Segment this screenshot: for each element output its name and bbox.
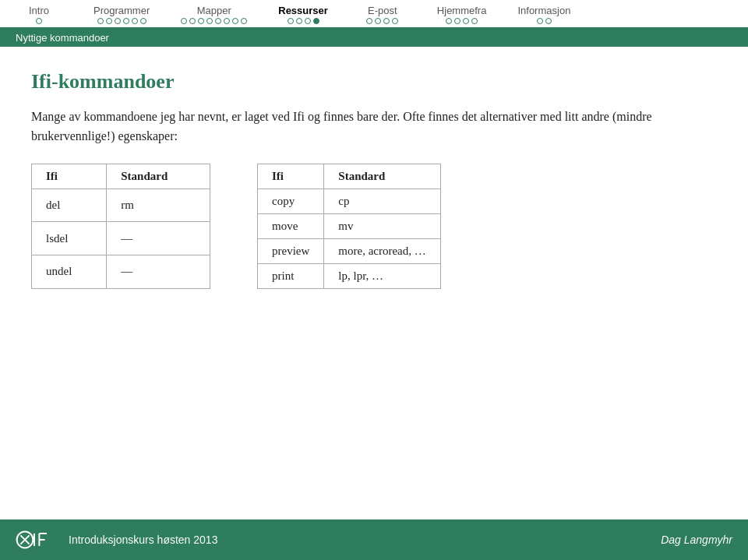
nav-dots [97, 18, 146, 24]
table-cell: lsdel [32, 222, 107, 255]
nav-dot [288, 18, 294, 24]
table-cell: lp, lpr, … [324, 263, 440, 288]
table-row: lsdel— [32, 222, 210, 255]
nav-dot [106, 18, 112, 24]
table-cell: undel [32, 255, 107, 288]
table-cell: del [32, 188, 107, 222]
nav-dots [537, 18, 552, 24]
nav-dot [392, 18, 398, 24]
nav-dot [313, 18, 319, 24]
nav-dots [366, 18, 398, 24]
nav-dot [140, 18, 146, 24]
table-cell: more, acroread, … [324, 238, 440, 263]
tables-area: Ifi Standard delrmlsdel—undel— Ifi Stand… [31, 164, 717, 289]
nav-dot [241, 18, 247, 24]
nav-dots [446, 18, 478, 24]
nav-item-hjemmefra[interactable]: Hjemmefra [437, 5, 487, 24]
nav-label: Intro [29, 5, 49, 16]
nav-dot [454, 18, 460, 24]
table-cell: mv [324, 213, 440, 238]
nav-dot [296, 18, 302, 24]
table-row: printlp, lpr, … [258, 263, 441, 288]
table-right-header-ifi: Ifi [258, 164, 324, 188]
nav-item-informasjon[interactable]: Informasjon [517, 5, 570, 24]
nav-dot [189, 18, 196, 24]
table-cell: preview [258, 238, 324, 263]
table-cell: move [258, 213, 324, 238]
nav-dots [181, 18, 247, 24]
nav-dot [383, 18, 390, 24]
nav-item-programmer[interactable]: Programmer [94, 5, 150, 24]
nav-dot [446, 18, 452, 24]
table-cell: — [107, 222, 210, 255]
nav-dot [366, 18, 372, 24]
nav-item-e-post[interactable]: E-post [359, 5, 406, 24]
nav-dot [537, 18, 543, 24]
nav-dots [288, 18, 319, 24]
footer-course: Introduksjonskurs høsten 2013 [69, 534, 661, 546]
table-cell: rm [107, 188, 210, 222]
nav-item-intro[interactable]: Intro [16, 5, 62, 24]
nav-label: Mapper [197, 5, 231, 16]
footer-author: Dag Langmyhr [661, 534, 732, 546]
nav-dot [215, 18, 221, 24]
nav-dot [123, 18, 129, 24]
nav-dots [36, 18, 42, 24]
nav-dot [198, 18, 204, 24]
table-right-header-standard: Standard [324, 164, 440, 188]
footer: Introduksjonskurs høsten 2013 Dag Langmy… [0, 519, 748, 560]
breadcrumb: Nyttige kommandoer [0, 29, 748, 47]
nav-item-ressurser[interactable]: Ressurser [278, 5, 328, 24]
table-left: Ifi Standard delrmlsdel—undel— [31, 164, 210, 289]
nav-dot [463, 18, 469, 24]
nav-label: Programmer [94, 5, 150, 16]
table-row: previewmore, acroread, … [258, 238, 441, 263]
nav-label: Ressurser [278, 5, 328, 16]
nav-label: Informasjon [517, 5, 570, 16]
nav-dot [115, 18, 121, 24]
table-cell: cp [324, 188, 440, 213]
table-row: copycp [258, 188, 441, 213]
ifi-logo [16, 524, 53, 555]
table-cell: print [258, 263, 324, 288]
table-right-body: copycpmovemvpreviewmore, acroread, …prin… [258, 188, 441, 288]
nav-dot [471, 18, 478, 24]
table-right: Ifi Standard copycpmovemvpreviewmore, ac… [257, 164, 441, 289]
nav-dot [545, 18, 552, 24]
page-title: Ifi-kommandoer [31, 70, 717, 93]
table-cell: — [107, 255, 210, 288]
nav-item-mapper[interactable]: Mapper [181, 5, 247, 24]
nav-dot [375, 18, 381, 24]
nav-dot [232, 18, 238, 24]
nav-dot [181, 18, 187, 24]
table-row: undel— [32, 255, 210, 288]
top-navigation: IntroProgrammerMapperRessurserE-postHjem… [0, 0, 748, 29]
table-row: movemv [258, 213, 441, 238]
table-row: delrm [32, 188, 210, 222]
breadcrumb-label: Nyttige kommandoer [16, 32, 109, 44]
table-left-header-ifi: Ifi [32, 164, 107, 188]
nav-dot [97, 18, 104, 24]
main-content: Ifi-kommandoer Mange av kommandoene jeg … [0, 47, 748, 305]
table-left-body: delrmlsdel—undel— [32, 188, 210, 288]
nav-label: Hjemmefra [437, 5, 487, 16]
table-left-header-standard: Standard [107, 164, 210, 188]
table-cell: copy [258, 188, 324, 213]
nav-label: E-post [368, 5, 397, 16]
intro-text: Mange av kommandoene jeg har nevnt, er l… [31, 107, 717, 146]
nav-dot [132, 18, 138, 24]
nav-dot [206, 18, 213, 24]
nav-dot [305, 18, 311, 24]
nav-dot [224, 18, 230, 24]
nav-dot [36, 18, 42, 24]
